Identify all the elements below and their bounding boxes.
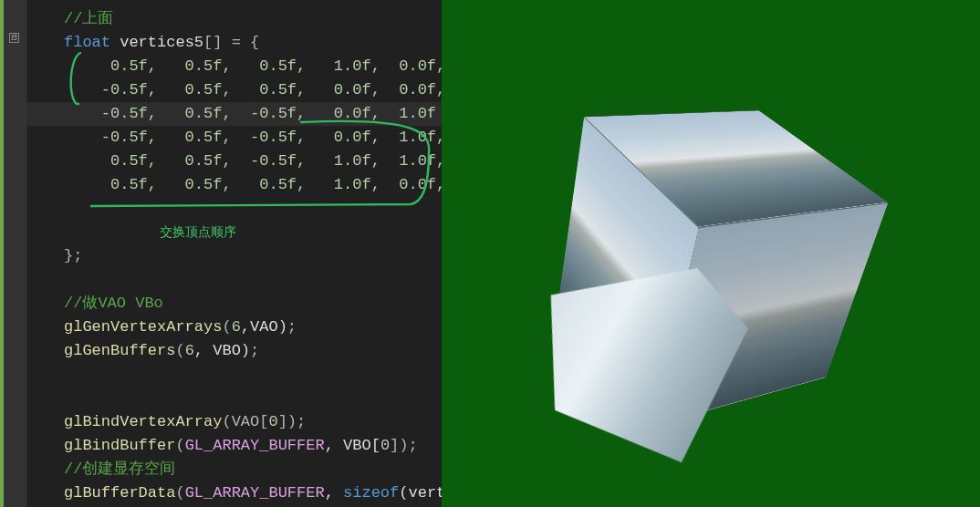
render-viewport[interactable]	[442, 0, 980, 507]
code-line: -0.5f, 0.5f, 0.5f, 0.0f, 0.0f,	[27, 78, 442, 102]
code-line: 0.5f, 0.5f, -0.5f, 1.0f, 1.0f,	[27, 150, 442, 173]
fold-toggle-icon[interactable]: ⊟	[9, 33, 19, 43]
code-line	[27, 363, 442, 387]
code-line: glGenBuffers(6, VBO);	[27, 339, 442, 363]
code-line: glBindVertexArray(VAO[0]);	[27, 410, 442, 434]
code-editor-panel: ⊟ //上面 float vertices5[] = { 0.5f, 0.5f,…	[0, 0, 442, 507]
change-bar	[0, 0, 4, 507]
code-line-highlighted: -0.5f, 0.5f, -0.5f, 0.0f, 1.0f	[27, 102, 442, 126]
code-line: };	[27, 244, 442, 268]
code-area[interactable]: //上面 float vertices5[] = { 0.5f, 0.5f, 0…	[27, 0, 442, 507]
code-line	[27, 197, 442, 221]
code-line: 0.5f, 0.5f, 0.5f, 1.0f, 0.0f,	[27, 173, 442, 197]
annotation-text: 交换顶点顺序	[160, 224, 236, 241]
code-line	[27, 387, 442, 410]
code-line: //创建显存空间	[27, 458, 442, 481]
editor-gutter: ⊟	[0, 0, 27, 507]
code-line: glGenVertexArrays(6,VAO);	[27, 316, 442, 339]
code-line: 0.5f, 0.5f, 0.5f, 1.0f, 0.0f,	[27, 55, 442, 78]
scene-root	[711, 254, 712, 254]
code-line: //上面	[27, 7, 442, 31]
code-line	[27, 268, 442, 292]
code-line: //做VAO VBo	[27, 292, 442, 316]
code-line: -0.5f, 0.5f, -0.5f, 0.0f, 1.0f,	[27, 126, 442, 150]
code-line: float vertices5[] = {	[27, 31, 442, 55]
code-line: glBufferData(GL_ARRAY_BUFFER, sizeof(ver…	[27, 481, 442, 505]
code-line: glBindBuffer(GL_ARRAY_BUFFER, VBO[0]);	[27, 434, 442, 458]
